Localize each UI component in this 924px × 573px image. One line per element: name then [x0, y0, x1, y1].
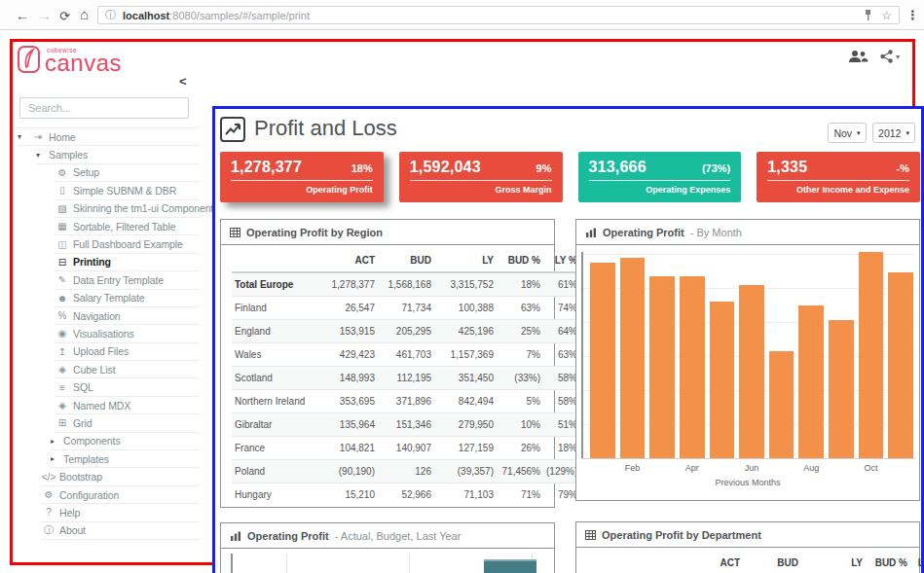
bar-sep	[829, 320, 854, 458]
kpi-percent: -%	[897, 162, 909, 174]
table-cell: 3,315,752	[434, 272, 497, 297]
sidebar-item-printing[interactable]: ⊟Printing	[55, 254, 200, 271]
sidebar-item-sql[interactable]: ≡SQL	[55, 378, 200, 396]
sidebar-item-cube-list[interactable]: ◈Cube List	[55, 361, 200, 378]
bookmark-star-icon[interactable]: ☆	[881, 9, 892, 22]
x-axis-title: Previous Months	[576, 478, 919, 487]
gears-icon: ⚙	[41, 489, 56, 500]
cube-icon: ◈	[55, 400, 70, 411]
sidebar-item-grid[interactable]: ⊞Grid	[55, 414, 200, 432]
caret-down-icon: ▾	[36, 151, 49, 160]
sidebar-item-skinning-the-tm1-ui-components[interactable]: ▨Skinning the tm1-ui Components	[55, 200, 200, 218]
kpi-card-operating-profit[interactable]: 1,278,37718%Operating Profit	[220, 152, 384, 202]
panel-title: Operating Profit	[603, 227, 684, 238]
search-input[interactable]	[19, 97, 189, 119]
sidebar-item-setup[interactable]: ⚙Setup	[55, 164, 200, 182]
page-title: Profit and Loss	[254, 116, 397, 141]
table-cell: 112,195	[378, 367, 434, 390]
address-bar[interactable]: ⓘ localhost:8080/samples/#/sample/print …	[97, 6, 900, 24]
bar-jun	[739, 285, 764, 458]
panel-title: Operating Profit	[247, 530, 329, 542]
page-action-pin-icon[interactable]	[864, 9, 872, 21]
sidebar-item-components[interactable]: ▸Components	[51, 433, 200, 450]
sidebar-item-label: Navigation	[73, 310, 121, 322]
table-cell: England	[232, 320, 319, 343]
table-cell: 104,821	[319, 437, 378, 460]
sidebar-item-upload-files[interactable]: ↥Upload Files	[55, 343, 200, 361]
browser-menu-icon[interactable]: ⋮	[906, 8, 919, 22]
year-dropdown[interactable]: 2012 ▾	[872, 123, 915, 143]
x-tick-oct: Oct	[859, 463, 884, 473]
column-header	[232, 249, 319, 272]
sidebar-item-navigation[interactable]: %Navigation	[55, 307, 200, 325]
table-cell: Poland	[232, 460, 319, 483]
table-cell: France	[232, 437, 319, 460]
users-icon[interactable]	[848, 50, 869, 63]
bar-chart-icon	[585, 228, 597, 237]
panel-operating-profit-by-department: Operating Profit by Department ACTBUDLYB…	[575, 521, 920, 573]
sidebar-item-visualisations[interactable]: ◉Visualisations	[55, 325, 200, 342]
sidebar-item-about[interactable]: ⓘAbout	[41, 522, 200, 540]
sidebar-item-simple-subnm-dbr[interactable]: ▯Simple SUBNM & DBR	[55, 182, 200, 199]
sidebar-item-label: Simple SUBNM & DBR	[73, 185, 176, 197]
sidebar-item-full-dashboard-example[interactable]: ◫Full Dashboard Example	[55, 235, 200, 253]
sidebar-item-salary-template[interactable]: ☻Salary Template	[55, 290, 200, 307]
kpi-card-operating-expenses[interactable]: 313,666(73%)Operating Expenses	[578, 152, 742, 202]
bar-jan	[590, 263, 615, 458]
canvas-logo-icon	[17, 44, 41, 74]
table-row-northern-ireland: Northern Ireland353,695371,896842,4945%5…	[232, 390, 580, 413]
sidebar-item-label: About	[59, 524, 86, 536]
table-cell: 135,964	[319, 413, 378, 437]
table-row-hungary: Hungary15,21052,96671,10371%79%	[232, 483, 580, 507]
sidebar-item-bootstrap[interactable]: </>Bootstrap	[41, 468, 200, 485]
x-tick-aug: Aug	[798, 463, 824, 473]
sidebar-item-label: Components	[63, 435, 121, 447]
brand-name-text: canvas	[45, 52, 122, 75]
sidebar-item-home[interactable]: ▾⇥Home	[18, 128, 200, 146]
bar-apr	[680, 276, 705, 458]
sidebar-item-configuration[interactable]: ⚙Configuration	[41, 486, 200, 504]
gridline	[409, 554, 410, 573]
browser-forward-icon[interactable]: →	[38, 8, 52, 23]
sidebar-item-sortable-filtered-table[interactable]: ▦Sortable, Filtered Table	[55, 218, 200, 235]
table-cell: 148,993	[319, 367, 378, 390]
browser-reload-icon[interactable]: ⟳	[59, 9, 70, 24]
gears-icon: ⚙	[55, 167, 70, 178]
sidebar-item-templates[interactable]: ▸Templates	[51, 450, 200, 468]
browser-toolbar: ← → ⟳ ⌂ ⓘ localhost:8080/samples/#/sampl…	[0, 0, 924, 30]
sidebar-item-named-mdx[interactable]: ◈Named MDX	[55, 397, 200, 414]
table-cell: 425,196	[434, 320, 497, 343]
sidebar-item-data-entry-template[interactable]: ✎Data Entry Template	[55, 271, 200, 289]
share-button[interactable]: ▾	[880, 50, 900, 63]
share-icon	[880, 50, 893, 63]
sign-in-icon: ⇥	[30, 131, 46, 142]
month-dropdown[interactable]: Nov ▾	[828, 123, 867, 143]
sidebar-item-label: Bootstrap	[59, 471, 102, 483]
sidebar-item-samples[interactable]: ▾Samples	[36, 146, 200, 163]
page-info-icon[interactable]: ⓘ	[105, 8, 116, 22]
table-cell: 353,695	[319, 390, 378, 413]
panel-title: Operating Profit by Region	[246, 227, 383, 238]
table-row-finland: Finland26,54771,734100,38863%74%	[232, 297, 580, 320]
sidebar-item-label: Full Dashboard Example	[73, 238, 183, 250]
column-header	[587, 552, 683, 573]
kpi-card-other-income-and-expense[interactable]: 1,335-%Other Income and Expense	[757, 152, 920, 202]
abl-chart-plot	[231, 554, 546, 573]
sidebar-item-label: Setup	[73, 166, 99, 178]
sidebar-collapse-icon[interactable]: <	[179, 74, 187, 89]
browser-back-icon[interactable]: ←	[16, 8, 29, 23]
panel-operating-profit-by-region: Operating Profit by Region ACTBUDLYBUD %…	[220, 219, 555, 508]
table-cell: 15,210	[319, 483, 378, 507]
sidebar-nav: ▾⇥Home▾Samples⚙Setup▯Simple SUBNM & DBR▨…	[13, 127, 200, 540]
table-cell: 127,159	[434, 437, 497, 460]
sidebar-item-label: Sortable, Filtered Table	[73, 221, 175, 233]
print-view-frame: Profit and Loss Nov ▾ 2012 ▾ 1,278,37718…	[212, 106, 924, 573]
brand-logo[interactable]: cubewise canvas	[17, 44, 122, 75]
caret-right-icon: ▸	[51, 437, 63, 446]
kpi-divider	[410, 180, 552, 181]
browser-home-icon[interactable]: ⌂	[80, 7, 89, 22]
image-icon: ▨	[55, 203, 70, 214]
sidebar-item-help[interactable]: ?Help	[41, 504, 200, 521]
bar-mar	[649, 276, 675, 458]
kpi-card-gross-margin[interactable]: 1,592,0439%Gross Margin	[399, 152, 563, 202]
